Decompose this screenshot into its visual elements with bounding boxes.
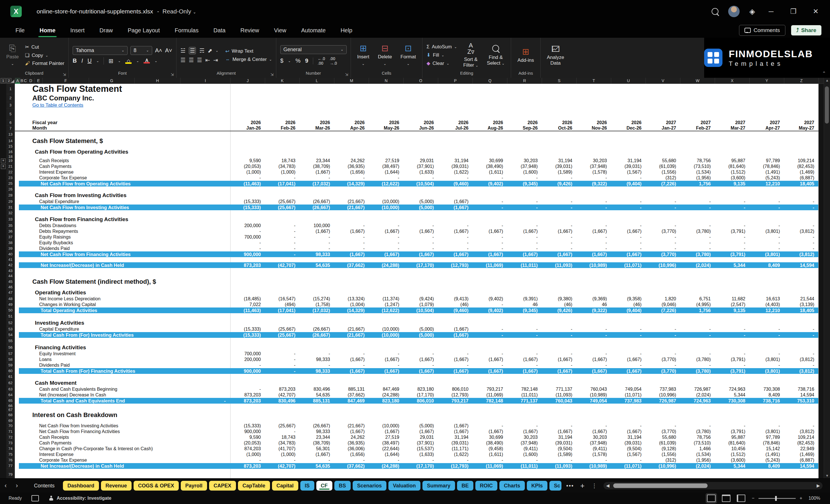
grid-cell[interactable]: [576, 380, 611, 386]
grid-cell[interactable]: [680, 149, 715, 155]
grid-cell[interactable]: [369, 408, 403, 412]
grid-cell[interactable]: [576, 274, 611, 278]
grid-cell[interactable]: [611, 313, 645, 319]
grid-cell[interactable]: 100,000: [299, 223, 334, 228]
grid-cell[interactable]: (7,226): [645, 181, 680, 187]
grid-cell[interactable]: (9,413): [438, 296, 473, 302]
grid-cell[interactable]: [611, 108, 645, 120]
grid-cell[interactable]: (37,948): [507, 164, 542, 169]
grid-cell[interactable]: [680, 94, 715, 102]
grid-cell[interactable]: -: [334, 240, 369, 246]
grid-cell[interactable]: [369, 412, 403, 418]
grid-cell[interactable]: [611, 192, 645, 199]
grid-cell[interactable]: -: [542, 351, 576, 357]
row-header-72[interactable]: 72: [6, 435, 15, 440]
grid-cell[interactable]: [715, 216, 749, 223]
grid-cell[interactable]: [576, 137, 611, 145]
grid-cell[interactable]: (1,600): [507, 169, 542, 175]
grid-cell[interactable]: (78,846): [749, 164, 784, 169]
grid-cell[interactable]: [784, 404, 819, 408]
grid-cell[interactable]: [334, 94, 369, 102]
grid-cell[interactable]: [369, 285, 403, 289]
grid-cell[interactable]: (1,667): [299, 452, 334, 458]
grid-cell[interactable]: [369, 216, 403, 223]
grid-cell[interactable]: (39,031): [438, 164, 473, 169]
grid-cell[interactable]: -: [369, 363, 403, 368]
grid-cell[interactable]: (37,948): [507, 440, 542, 446]
grid-cell[interactable]: [299, 338, 334, 344]
grid-cell[interactable]: (1,667): [299, 228, 334, 234]
grid-cell[interactable]: [230, 94, 265, 102]
grid-cell[interactable]: (1,667): [542, 251, 576, 257]
row-header-62[interactable]: 62: [6, 380, 15, 386]
grid-cell[interactable]: [507, 418, 542, 423]
grid-cell[interactable]: [645, 338, 680, 344]
grid-cell[interactable]: -: [749, 223, 784, 228]
grid-cell[interactable]: [715, 268, 749, 274]
grid-cell[interactable]: 31,194: [438, 158, 473, 164]
grid-cell[interactable]: [576, 187, 611, 192]
grid-cell[interactable]: [645, 319, 680, 326]
grid-cell[interactable]: 12,210: [749, 181, 784, 187]
grid-cell[interactable]: (1,667): [473, 357, 507, 363]
grid-cell[interactable]: [473, 274, 507, 278]
grid-cell[interactable]: 24,262: [334, 435, 369, 440]
grid-cell[interactable]: [265, 210, 299, 216]
row-header-65[interactable]: 65: [6, 398, 15, 404]
grid-cell[interactable]: [680, 404, 715, 408]
grid-cell[interactable]: Jul-26: [438, 126, 473, 131]
grid-cell[interactable]: 738,716: [749, 398, 784, 404]
grid-cell[interactable]: -: [473, 204, 507, 210]
grid-cell[interactable]: [749, 344, 784, 351]
row-header-76[interactable]: 76: [6, 458, 15, 463]
grid-cell[interactable]: 2026: [369, 120, 403, 126]
grid-cell[interactable]: (15,333): [230, 199, 265, 204]
grid-cell[interactable]: (1,667): [369, 429, 403, 435]
row-header-2[interactable]: 2: [6, 94, 15, 102]
grid-cell[interactable]: 1,756: [680, 308, 715, 313]
row-header-54[interactable]: 54: [6, 332, 15, 338]
grid-cell[interactable]: (1,667): [334, 228, 369, 234]
grid-cell[interactable]: 18,743: [265, 435, 299, 440]
horizontal-scrollbar[interactable]: ◀ ▶: [604, 482, 823, 490]
grid-cell[interactable]: -: [542, 363, 576, 368]
grid-cell[interactable]: 830,496: [299, 386, 334, 392]
grid-cell[interactable]: [749, 418, 784, 423]
grid-cell[interactable]: [749, 374, 784, 380]
row-header-69[interactable]: 69: [6, 418, 15, 423]
grid-cell[interactable]: [369, 131, 403, 137]
grid-cell[interactable]: (73,510): [680, 440, 715, 446]
grid-cell[interactable]: (34,783): [265, 164, 299, 169]
align-center-button[interactable]: ☰: [189, 57, 194, 63]
number-dialog-launcher[interactable]: ⇲: [345, 72, 348, 77]
grid-cell[interactable]: (10,996): [645, 262, 680, 268]
row-header-18[interactable]: 18: [6, 155, 15, 158]
row-header-21[interactable]: 21: [6, 164, 15, 169]
column-header-C[interactable]: C: [24, 78, 27, 84]
grid-cell[interactable]: (11,093): [542, 463, 576, 469]
addins-button[interactable]: ⊞Add-ins: [515, 47, 536, 63]
normal-view-button[interactable]: [707, 495, 715, 502]
new-sheet-button[interactable]: +: [577, 481, 588, 490]
grid-cell[interactable]: (10,000): [369, 204, 403, 210]
grid-cell[interactable]: 873,203: [265, 386, 299, 392]
align-top-button[interactable]: ☱: [181, 47, 185, 54]
grid-cell[interactable]: [473, 149, 507, 155]
grid-cell[interactable]: (1,667): [611, 429, 645, 435]
grid-cell[interactable]: [645, 145, 680, 149]
grid-cell[interactable]: 2026: [438, 120, 473, 126]
grid-cell[interactable]: [473, 145, 507, 149]
grid-cell[interactable]: [680, 102, 715, 108]
grid-cell[interactable]: [542, 268, 576, 274]
grid-cell[interactable]: -: [576, 458, 611, 463]
grid-cell[interactable]: 78,756: [680, 435, 715, 440]
grid-cell[interactable]: (12,793): [438, 392, 473, 398]
grid-cell[interactable]: (1,667): [438, 368, 473, 374]
grid-cell[interactable]: 30,203: [576, 158, 611, 164]
grid-cell[interactable]: -: [784, 326, 819, 332]
grid-cell[interactable]: [680, 285, 715, 289]
grid-cell[interactable]: [438, 268, 473, 274]
grid-cell[interactable]: [542, 380, 576, 386]
grid-cell[interactable]: [403, 274, 438, 278]
grid-cell[interactable]: -: [507, 246, 542, 251]
